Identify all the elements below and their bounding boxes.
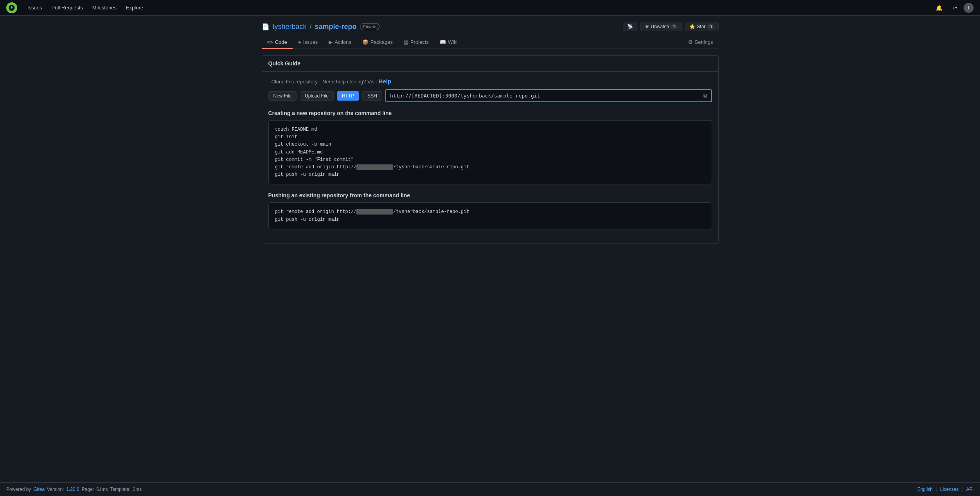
clone-title: Clone this repository Need help cloning?… (268, 78, 712, 85)
wiki-icon: 📖 (440, 39, 446, 45)
footer-version-prefix: Version: (47, 487, 64, 492)
clone-heading: Clone this repository (272, 79, 318, 85)
repo-book-icon: 📄 (262, 23, 270, 31)
star-icon: ⭐ (689, 24, 695, 29)
star-count: 0 (707, 24, 714, 29)
tab-wiki[interactable]: 📖 Wiki (434, 36, 463, 49)
watch-label: Unwatch (651, 24, 669, 29)
gitea-logo[interactable] (6, 2, 17, 13)
rss-icon: 📡 (627, 24, 633, 29)
footer-language-link[interactable]: English (917, 487, 933, 492)
tab-projects[interactable]: ▦ Projects (398, 36, 434, 49)
tab-wiki-label: Wiki (448, 39, 458, 45)
footer-licenses-link[interactable]: Licenses (940, 487, 958, 492)
create-new-code: touch README.md git init git checkout -b… (268, 120, 712, 184)
actions-icon: ▶ (329, 39, 333, 45)
issues-icon: ● (298, 39, 301, 45)
tab-issues[interactable]: ● Issues (293, 36, 323, 49)
clone-url-wrapper: ⧉ (385, 89, 712, 102)
avatar[interactable]: T (964, 3, 974, 13)
eye-icon: 👁 (645, 24, 649, 29)
tab-projects-label: Projects (410, 39, 429, 45)
clipboard-icon: ⧉ (703, 92, 707, 99)
push-existing-section: Pushing an existing repository from the … (268, 192, 712, 229)
footer-page-time: 61ms (96, 487, 108, 492)
settings-gear-icon: ⚙ (688, 39, 693, 45)
main-content: 📄 tysherback / sample-repo Private 📡 👁 U… (255, 16, 725, 482)
plus-create-button[interactable]: + ▾ (949, 3, 960, 13)
push-existing-code: git remote add origin http://███████████… (268, 202, 712, 229)
clone-url-input[interactable] (386, 91, 699, 101)
clone-bar: New File Upload File HTTP SSH ⧉ (268, 89, 712, 102)
tab-code[interactable]: <> Code (262, 36, 293, 49)
quick-guide-header: Quick Guide (262, 56, 718, 72)
repo-tabs: <> Code ● Issues ▶ Actions 📦 Packages ▦ … (262, 36, 719, 49)
rss-button[interactable]: 📡 (623, 22, 637, 31)
copy-url-button[interactable]: ⧉ (699, 90, 711, 101)
new-file-button[interactable]: New File (268, 91, 297, 101)
nav-issues[interactable]: Issues (23, 2, 46, 13)
version-link[interactable]: 1.22.6 (66, 487, 79, 492)
push-existing-title: Pushing an existing repository from the … (268, 192, 712, 198)
upload-file-button[interactable]: Upload File (300, 91, 334, 101)
gitea-link[interactable]: Gitea (33, 487, 45, 492)
footer-template-time: 2ms (133, 487, 142, 492)
star-label: Star (697, 24, 705, 29)
star-button[interactable]: ⭐ Star 0 (685, 22, 718, 31)
code-icon: <> (267, 39, 273, 45)
clone-help-link[interactable]: Help. (379, 78, 393, 85)
repo-owner-link[interactable]: tysherback (273, 23, 307, 31)
quick-guide-section: Quick Guide Clone this repository Need h… (262, 55, 719, 244)
nav-right: 🔔 + ▾ T (933, 3, 974, 13)
footer-template-label: Template: (110, 487, 131, 492)
watch-button[interactable]: 👁 Unwatch 1 (640, 22, 682, 31)
nav-explore[interactable]: Explore (122, 2, 147, 13)
http-tab-button[interactable]: HTTP (337, 91, 359, 101)
tab-actions[interactable]: ▶ Actions (323, 36, 357, 49)
footer-api-link[interactable]: API (966, 487, 974, 492)
repo-separator: / (310, 23, 312, 31)
repo-header: 📄 tysherback / sample-repo Private 📡 👁 U… (262, 22, 719, 31)
tab-packages-label: Packages (370, 39, 393, 45)
powered-by-text: Powered by (6, 487, 31, 492)
notification-bell-button[interactable]: 🔔 (933, 3, 946, 13)
watch-count: 1 (671, 24, 678, 29)
repo-name-link[interactable]: sample-repo (315, 23, 357, 31)
private-badge: Private (360, 23, 379, 30)
nav-links: Issues Pull Requests Milestones Explore (23, 2, 933, 13)
tab-packages[interactable]: 📦 Packages (357, 36, 398, 49)
logo-area (6, 2, 17, 13)
tab-actions-label: Actions (334, 39, 351, 45)
nav-pull-requests[interactable]: Pull Requests (48, 2, 87, 13)
footer-page-label: Page: (82, 487, 94, 492)
tab-issues-label: Issues (303, 39, 318, 45)
create-new-section: Creating a new repository on the command… (268, 110, 712, 184)
quick-guide-body: Clone this repository Need help cloning?… (262, 72, 718, 243)
nav-milestones[interactable]: Milestones (88, 2, 120, 13)
projects-icon: ▦ (404, 39, 408, 45)
clone-help-text: Need help cloning? Visit (322, 79, 377, 85)
repo-actions: 📡 👁 Unwatch 1 ⭐ Star 0 (623, 22, 719, 31)
top-navigation: Issues Pull Requests Milestones Explore … (0, 0, 980, 16)
tab-settings[interactable]: ⚙ Settings (683, 36, 719, 49)
tab-code-label: Code (275, 39, 287, 45)
ssh-tab-button[interactable]: SSH (362, 91, 382, 101)
footer-links: English | Licenses | API (917, 487, 974, 492)
create-new-title: Creating a new repository on the command… (268, 110, 712, 116)
repo-title: 📄 tysherback / sample-repo Private (262, 23, 379, 31)
footer: Powered by Gitea Version: 1.22.6 Page: 6… (0, 482, 980, 496)
tab-settings-label: Settings (695, 39, 713, 45)
packages-icon: 📦 (362, 39, 369, 45)
